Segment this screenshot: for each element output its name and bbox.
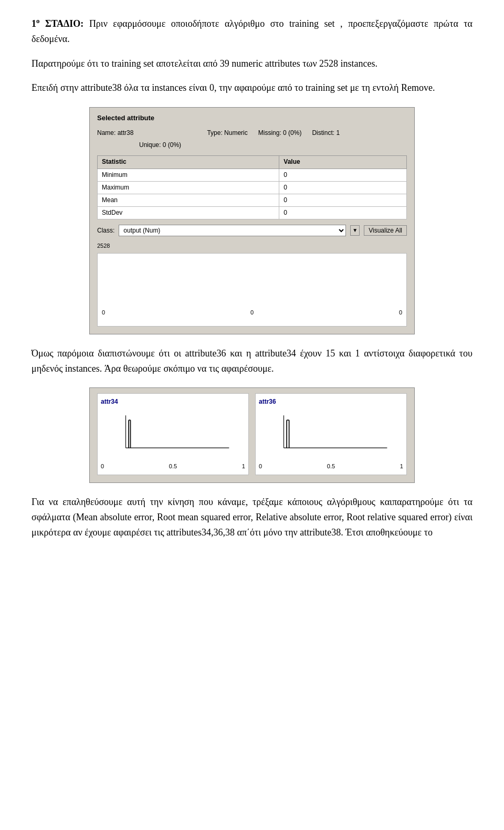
attr-unique-label: Unique: 0 (0%) xyxy=(139,140,181,150)
attr-missing-label: Missing: 0 (0%) xyxy=(258,128,302,138)
axis-05: 0.5 xyxy=(169,462,177,471)
charts-panel: attr34 0 0.5 1 attr36 0 xyxy=(89,387,415,483)
visualize-all-button[interactable]: Visualize All xyxy=(364,225,407,236)
axis-val-1: 0 xyxy=(250,308,254,318)
weka-panel: Selected attribute Name: attr38 Type: Nu… xyxy=(89,107,415,334)
axis-0: 0 xyxy=(259,462,262,471)
axis-0: 0 xyxy=(101,462,104,471)
stat-minimum-value: 0 xyxy=(279,169,407,181)
axis-1: 1 xyxy=(400,462,403,471)
paragraph-3: Όμως παρόμοια διαπιστώνουμε ότι οι attri… xyxy=(32,346,472,376)
weka-col-statistic: Statistic xyxy=(98,156,279,169)
weka-section-title: Selected attribute xyxy=(97,113,407,124)
axis-val-0: 0 xyxy=(102,308,105,318)
chart-attr34: attr34 0 0.5 1 xyxy=(97,393,249,475)
chart-attr34-title: attr34 xyxy=(101,397,245,407)
paragraph-1: Παρατηρούμε ότι το training set αποτελεί… xyxy=(32,56,472,71)
axis-05: 0.5 xyxy=(327,462,335,471)
chart-attr36-svg xyxy=(259,409,403,457)
para4-text: Για να επαληθεύσουμε αυτή την κίνηση που… xyxy=(32,497,472,538)
weka-canvas: 0 0 0 xyxy=(97,253,407,327)
select-arrow-icon: ▼ xyxy=(350,225,360,236)
class-label: Class: xyxy=(97,226,114,236)
chart-attr34-svg xyxy=(101,409,245,457)
table-row: Mean 0 xyxy=(98,194,407,206)
stat-maximum-value: 0 xyxy=(279,181,407,194)
table-row: Minimum 0 xyxy=(98,169,407,181)
stat-mean-label: Mean xyxy=(98,194,279,206)
heading-number: 1 xyxy=(32,18,36,29)
stat-stddev-value: 0 xyxy=(279,207,407,219)
axis-1: 1 xyxy=(242,462,245,471)
chart-attr36-title: attr36 xyxy=(259,397,403,407)
axis-val-2: 0 xyxy=(399,308,402,318)
weka-bottom-bar: Class: output (Num) ▼ Visualize All xyxy=(97,225,407,236)
para2-text: Επειδή στην attribute38 όλα τα instances… xyxy=(32,82,435,93)
stat-stddev-label: StdDev xyxy=(98,207,279,219)
paragraph-2: Επειδή στην attribute38 όλα τα instances… xyxy=(32,80,472,96)
heading-block: 1ο ΣΤΑΔΙΟ: Πριν εφαρμόσουμε οποιοδήποτε … xyxy=(32,16,472,47)
weka-axis: 0 0 0 xyxy=(98,308,406,318)
class-select[interactable]: output (Num) xyxy=(119,225,346,236)
table-row: Maximum 0 xyxy=(98,181,407,194)
weka-stats-table: Statistic Value Minimum 0 Maximum 0 Mean… xyxy=(97,155,407,219)
stat-maximum-label: Maximum xyxy=(98,181,279,194)
chart-attr34-axis: 0 0.5 1 xyxy=(101,462,245,471)
weka-attr-info: Name: attr38 Type: Numeric Missing: 0 (0… xyxy=(97,128,407,150)
attr-name-label: Name: attr38 xyxy=(97,128,133,138)
paragraph-4: Για να επαληθεύσουμε αυτή την κίνηση που… xyxy=(32,495,472,540)
para1-text: Παρατηρούμε ότι το training set αποτελεί… xyxy=(32,58,377,69)
weka-col-value: Value xyxy=(279,156,407,169)
heading-body: Πριν εφαρμόσουμε οποιοδήποτε αλγόριθμο σ… xyxy=(32,18,472,44)
stat-mean-value: 0 xyxy=(279,194,407,206)
heading-text: 1ο ΣΤΑΔΙΟ: xyxy=(32,18,89,29)
attr-type-label: Type: Numeric xyxy=(207,128,247,138)
chart-attr36: attr36 0 0.5 1 xyxy=(255,393,407,475)
canvas-number: 2528 xyxy=(97,243,110,249)
chart-attr36-axis: 0 0.5 1 xyxy=(259,462,403,471)
table-row: StdDev 0 xyxy=(98,207,407,219)
attr-distinct-label: Distinct: 1 xyxy=(312,128,340,138)
heading-title: ΣΤΑΔΙΟ: xyxy=(45,18,83,29)
stat-minimum-label: Minimum xyxy=(98,169,279,181)
heading-superscript: ο xyxy=(36,17,40,25)
para3-text: Όμως παρόμοια διαπιστώνουμε ότι οι attri… xyxy=(32,348,472,374)
